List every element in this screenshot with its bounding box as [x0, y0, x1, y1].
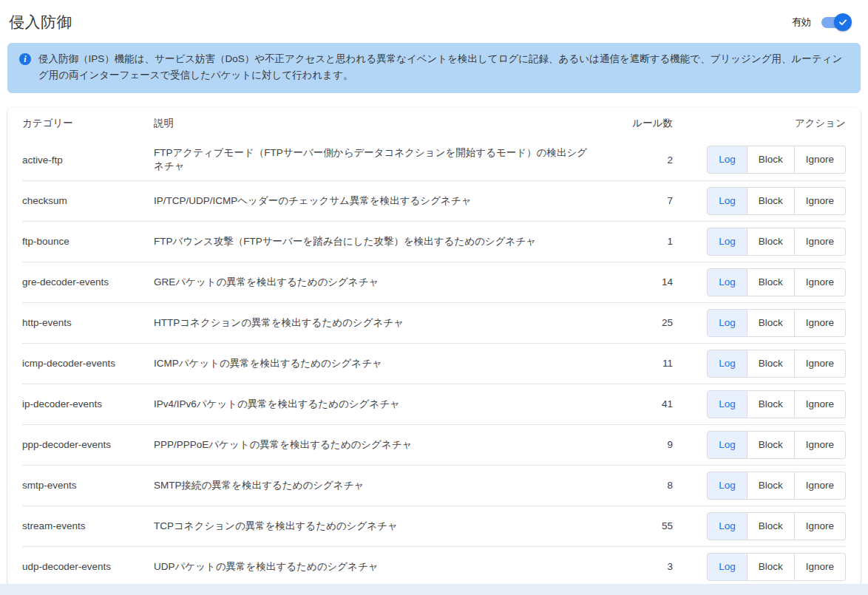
- category-cell: stream-events: [22, 520, 154, 531]
- action-log-button[interactable]: Log: [707, 350, 747, 378]
- description-cell: TCPコネクションの異常を検出するためのシグネチャ: [154, 520, 605, 533]
- action-log-button[interactable]: Log: [707, 390, 747, 418]
- table-row: smtp-events SMTP接続の異常を検出するためのシグネチャ 8 Log…: [22, 465, 846, 506]
- description-cell: FTPアクティブモード（FTPサーバー側からデータコネクションを開始するモード）…: [154, 146, 605, 173]
- table-body: active-ftp FTPアクティブモード（FTPサーバー側からデータコネクシ…: [22, 140, 846, 587]
- rule-count-cell: 2: [605, 154, 676, 166]
- description-cell: IP/TCP/UDP/ICMPヘッダーのチェックサム異常を検出するシグネチャ: [154, 194, 605, 208]
- action-block-button[interactable]: Block: [747, 512, 795, 540]
- rule-count-cell: 55: [605, 520, 676, 531]
- action-cell: LogBlockIgnore: [676, 350, 846, 378]
- rule-count-cell: 25: [605, 317, 676, 328]
- table-row: icmp-decoder-events ICMPパケットの異常を検出するためのシ…: [22, 343, 846, 384]
- action-ignore-button[interactable]: Ignore: [795, 350, 846, 378]
- action-log-button[interactable]: Log: [707, 146, 747, 174]
- action-block-button[interactable]: Block: [747, 309, 795, 337]
- action-ignore-button[interactable]: Ignore: [795, 268, 846, 296]
- category-cell: active-ftp: [22, 154, 154, 166]
- description-cell: SMTP接続の異常を検出するためのシグネチャ: [154, 479, 605, 492]
- toggle-check-icon: [834, 13, 852, 31]
- page-header: 侵入防御 有効: [0, 0, 868, 43]
- action-button-group: LogBlockIgnore: [707, 228, 846, 256]
- action-button-group: LogBlockIgnore: [707, 553, 846, 581]
- action-ignore-button[interactable]: Ignore: [795, 431, 846, 459]
- enable-toggle[interactable]: [821, 17, 847, 28]
- action-cell: LogBlockIgnore: [676, 228, 846, 256]
- enable-control: 有効: [792, 16, 856, 29]
- action-block-button[interactable]: Block: [747, 431, 795, 459]
- action-block-button[interactable]: Block: [747, 553, 795, 581]
- category-cell: ip-decoder-events: [22, 398, 154, 409]
- action-button-group: LogBlockIgnore: [707, 268, 846, 296]
- action-block-button[interactable]: Block: [747, 472, 795, 500]
- action-log-button[interactable]: Log: [707, 553, 747, 581]
- action-ignore-button[interactable]: Ignore: [795, 472, 846, 500]
- table-row: ppp-decoder-events PPP/PPPoEパケットの異常を検出する…: [22, 424, 846, 465]
- action-block-button[interactable]: Block: [747, 146, 795, 174]
- action-block-button[interactable]: Block: [747, 268, 795, 296]
- rule-count-cell: 41: [605, 398, 676, 409]
- table-row: ftp-bounce FTPバウンス攻撃（FTPサーバーを踏み台にした攻撃）を検…: [22, 221, 846, 262]
- rule-count-cell: 3: [605, 561, 676, 572]
- action-button-group: LogBlockIgnore: [707, 146, 846, 174]
- action-button-group: LogBlockIgnore: [707, 390, 846, 418]
- action-cell: LogBlockIgnore: [676, 431, 846, 459]
- description-cell: GREパケットの異常を検出するためのシグネチャ: [154, 276, 605, 289]
- rule-count-cell: 11: [605, 358, 676, 369]
- column-header-action: アクション: [676, 117, 846, 130]
- info-icon: i: [19, 53, 31, 65]
- description-cell: PPP/PPPoEパケットの異常を検出するためのシグネチャ: [154, 438, 605, 452]
- table-header-row: カテゴリー 説明 ルール数 アクション: [22, 107, 846, 140]
- action-cell: LogBlockIgnore: [676, 268, 846, 296]
- action-block-button[interactable]: Block: [747, 228, 795, 256]
- action-block-button[interactable]: Block: [747, 390, 795, 418]
- action-ignore-button[interactable]: Ignore: [795, 187, 846, 215]
- action-ignore-button[interactable]: Ignore: [795, 146, 846, 174]
- action-cell: LogBlockIgnore: [676, 390, 846, 418]
- action-ignore-button[interactable]: Ignore: [795, 309, 846, 337]
- action-ignore-button[interactable]: Ignore: [795, 512, 846, 540]
- rule-count-cell: 7: [605, 195, 676, 206]
- description-cell: HTTPコネクションの異常を検出するためのシグネチャ: [154, 316, 605, 330]
- action-ignore-button[interactable]: Ignore: [795, 228, 846, 256]
- description-cell: UDPパケットの異常を検出するためのシグネチャ: [154, 560, 605, 574]
- table-row: http-events HTTPコネクションの異常を検出するためのシグネチャ 2…: [22, 302, 846, 343]
- rule-count-cell: 8: [605, 480, 676, 491]
- enable-label: 有効: [792, 16, 811, 29]
- category-cell: gre-decoder-events: [22, 276, 154, 288]
- table-row: active-ftp FTPアクティブモード（FTPサーバー側からデータコネクシ…: [22, 140, 846, 180]
- action-block-button[interactable]: Block: [747, 187, 795, 215]
- action-cell: LogBlockIgnore: [676, 472, 846, 500]
- page-background-strip: [0, 584, 868, 595]
- action-log-button[interactable]: Log: [707, 268, 747, 296]
- action-log-button[interactable]: Log: [707, 309, 747, 337]
- action-button-group: LogBlockIgnore: [707, 431, 846, 459]
- table-row: checksum IP/TCP/UDP/ICMPヘッダーのチェックサム異常を検出…: [22, 180, 846, 221]
- description-cell: FTPバウンス攻撃（FTPサーバーを踏み台にした攻撃）を検出するためのシグネチャ: [154, 235, 605, 248]
- description-cell: IPv4/IPv6パケットの異常を検出するためのシグネチャ: [154, 398, 605, 411]
- action-log-button[interactable]: Log: [707, 431, 747, 459]
- rule-count-cell: 9: [605, 439, 676, 450]
- column-header-rule-count: ルール数: [605, 117, 676, 130]
- description-cell: ICMPパケットの異常を検出するためのシグネチャ: [154, 357, 605, 370]
- action-ignore-button[interactable]: Ignore: [795, 390, 846, 418]
- action-cell: LogBlockIgnore: [676, 553, 846, 581]
- category-cell: http-events: [22, 317, 154, 328]
- category-cell: udp-decoder-events: [22, 561, 154, 572]
- action-ignore-button[interactable]: Ignore: [795, 553, 846, 581]
- table-row: gre-decoder-events GREパケットの異常を検出するためのシグネ…: [22, 262, 846, 302]
- action-cell: LogBlockIgnore: [676, 187, 846, 215]
- action-button-group: LogBlockIgnore: [707, 350, 846, 378]
- action-log-button[interactable]: Log: [707, 228, 747, 256]
- column-header-category: カテゴリー: [22, 117, 154, 130]
- rule-count-cell: 14: [605, 276, 676, 288]
- action-cell: LogBlockIgnore: [676, 309, 846, 337]
- action-log-button[interactable]: Log: [707, 187, 747, 215]
- action-log-button[interactable]: Log: [707, 512, 747, 540]
- action-cell: LogBlockIgnore: [676, 512, 846, 540]
- category-cell: smtp-events: [22, 480, 154, 491]
- action-button-group: LogBlockIgnore: [707, 472, 846, 500]
- action-block-button[interactable]: Block: [747, 350, 795, 378]
- action-log-button[interactable]: Log: [707, 472, 747, 500]
- info-banner-text: 侵入防御（IPS）機能は、サービス妨害（DoS）や不正アクセスと思われる異常なイ…: [38, 51, 849, 84]
